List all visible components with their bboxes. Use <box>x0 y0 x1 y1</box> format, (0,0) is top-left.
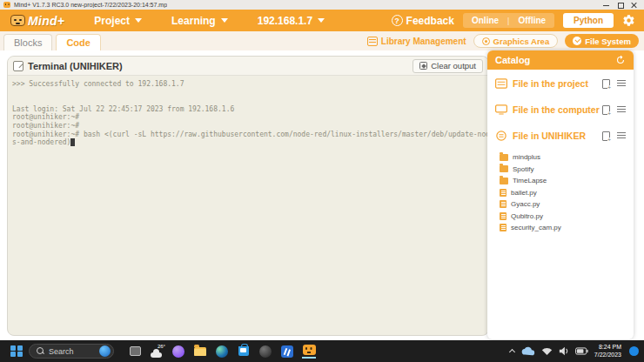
menu-learning[interactable]: Learning <box>171 15 228 27</box>
terminal-line: root@unihiker:~# <box>12 122 484 131</box>
taskbar-icon-task-view[interactable] <box>128 345 142 359</box>
windows-taskbar: Search 26° 8:24 PM 7/22/2023 <box>0 340 644 362</box>
terminal-panel: Terminal (UNIHIKER) Clear output >>> Suc… <box>7 56 489 336</box>
python-mode-button[interactable]: Python <box>563 13 614 28</box>
online-offline-toggle: Online | Offline <box>463 13 554 28</box>
catalog-header: Catalog <box>487 50 634 70</box>
folder-icon <box>500 178 508 184</box>
refresh-icon[interactable] <box>615 55 626 65</box>
terminal-line <box>12 89 484 97</box>
chevron-down-icon <box>135 18 142 23</box>
taskbar-icon-store[interactable] <box>237 345 251 359</box>
clear-output-button[interactable]: Clear output <box>413 59 483 73</box>
tray-clock[interactable]: 8:24 PM 7/22/2023 <box>594 344 621 359</box>
unihiker-file-list: mindplus Spotify TimeLapse ballet.py Gya… <box>487 148 634 234</box>
onedrive-cloud-icon[interactable] <box>521 346 535 356</box>
file-system-button[interactable]: File System <box>565 34 639 48</box>
file-row[interactable]: security_cam.py <box>500 222 634 234</box>
tray-date: 7/22/2023 <box>594 352 621 359</box>
new-file-icon[interactable] <box>602 105 610 115</box>
window-titlebar: Mind+ V1.7.3 RC3.0 new-project-7/22/2023… <box>0 0 644 10</box>
taskbar-icon-round-app[interactable] <box>258 345 272 359</box>
file-row[interactable]: ballet.py <box>500 187 634 199</box>
taskbar-icon-loop[interactable] <box>171 345 185 359</box>
folder-icon <box>500 154 508 161</box>
menu-device-ip[interactable]: 192.168.1.7 <box>258 15 325 27</box>
taskbar-icon-blue-app[interactable] <box>280 345 294 359</box>
taskbar-icon-mindplus-active[interactable] <box>302 345 316 359</box>
python-file-icon <box>500 224 506 231</box>
robot-logo-icon <box>10 15 25 26</box>
catalog-panel: Catalog File in the project File in the … <box>487 50 634 339</box>
mindplus-logo: Mind+ <box>10 14 64 28</box>
tab-blocks[interactable]: Blocks <box>3 34 52 50</box>
terminal-line: root@unihiker:~# bash <(curl -sL https:/… <box>12 131 484 139</box>
check-circle-icon <box>573 37 581 45</box>
online-button[interactable]: Online <box>472 16 499 25</box>
search-icon <box>37 347 44 355</box>
logo-text: Mind+ <box>28 14 64 28</box>
tab-code[interactable]: Code <box>56 34 101 50</box>
terminal-output[interactable]: >>> Successfully connected to 192.168.1.… <box>8 76 488 151</box>
app-header: Mind+ Project Learning 192.168.1.7 ? Fee… <box>0 10 644 31</box>
tray-time: 8:24 PM <box>594 344 621 352</box>
graphics-area-button[interactable]: Graphics Area <box>473 34 559 48</box>
taskbar-icon-edge[interactable] <box>215 345 229 359</box>
minimize-icon[interactable] <box>603 2 609 8</box>
catalog-section-computer[interactable]: File in the computer <box>487 97 634 122</box>
mindplus-app-icon <box>3 2 10 8</box>
project-folder-icon <box>495 78 507 89</box>
file-row[interactable]: Qubitro.py <box>500 211 634 223</box>
taskbar-search[interactable]: Search <box>29 344 114 359</box>
file-row[interactable]: mindplus <box>500 151 634 164</box>
menu-icon[interactable] <box>617 80 626 87</box>
speaker-icon[interactable] <box>559 346 569 356</box>
terminal-line: Last login: Sat Jul 22 22:45:17 2023 fro… <box>12 105 484 114</box>
gear-icon[interactable] <box>622 14 635 27</box>
taskbar-icon-file-explorer[interactable] <box>193 345 207 359</box>
new-file-icon[interactable] <box>602 79 610 89</box>
maximize-icon[interactable] <box>617 2 623 8</box>
terminal-line: >>> Successfully connected to 192.168.1.… <box>12 80 484 89</box>
new-file-icon[interactable] <box>602 131 610 141</box>
feedback-button[interactable]: ? Feedback <box>392 15 454 27</box>
computer-icon <box>495 104 507 115</box>
close-icon[interactable] <box>631 2 637 8</box>
start-button-icon[interactable] <box>10 345 23 358</box>
tray-chevron-up-icon[interactable] <box>509 348 515 354</box>
question-icon: ? <box>392 15 403 26</box>
terminal-header: Terminal (UNIHIKER) Clear output <box>8 57 488 76</box>
unihiker-device-icon <box>495 131 507 141</box>
terminal-line: s-and-nodered) <box>12 138 484 147</box>
catalog-section-project[interactable]: File in the project <box>487 71 634 96</box>
eraser-icon <box>419 62 427 70</box>
menu-icon[interactable] <box>617 106 626 113</box>
chevron-down-icon <box>221 18 228 23</box>
battery-icon[interactable] <box>575 346 588 356</box>
library-management-button[interactable]: Library Management <box>367 37 466 46</box>
terminal-line <box>12 97 484 105</box>
tab-bar: Blocks Code Library Management Graphics … <box>0 31 644 50</box>
file-row[interactable]: TimeLapse <box>500 175 634 187</box>
weather-temp: 26° <box>158 344 165 349</box>
main-area: Terminal (UNIHIKER) Clear output >>> Suc… <box>0 50 644 340</box>
terminal-edit-icon <box>13 61 23 71</box>
taskbar-icon-weather[interactable]: 26° <box>150 345 164 359</box>
notification-badge[interactable] <box>629 346 639 356</box>
python-file-icon <box>500 200 506 208</box>
file-row[interactable]: Spotify <box>500 164 634 176</box>
graphics-area-icon <box>482 37 490 45</box>
offline-button[interactable]: Offline <box>518 16 546 25</box>
window-title: Mind+ V1.7.3 RC3.0 new-project-7/22/2023… <box>14 2 167 8</box>
terminal-cursor <box>70 138 75 146</box>
catalog-title: Catalog <box>495 55 530 65</box>
wifi-icon[interactable] <box>541 346 553 356</box>
terminal-line: root@unihiker:~# <box>12 113 484 122</box>
library-icon <box>367 37 378 46</box>
terminal-title: Terminal (UNIHIKER) <box>28 61 123 71</box>
search-label: Search <box>49 347 95 356</box>
menu-project[interactable]: Project <box>94 15 142 27</box>
catalog-section-unihiker[interactable]: File in UNIHIKER <box>487 124 634 148</box>
menu-icon[interactable] <box>617 132 626 139</box>
file-row[interactable]: Gyacc.py <box>500 198 634 211</box>
